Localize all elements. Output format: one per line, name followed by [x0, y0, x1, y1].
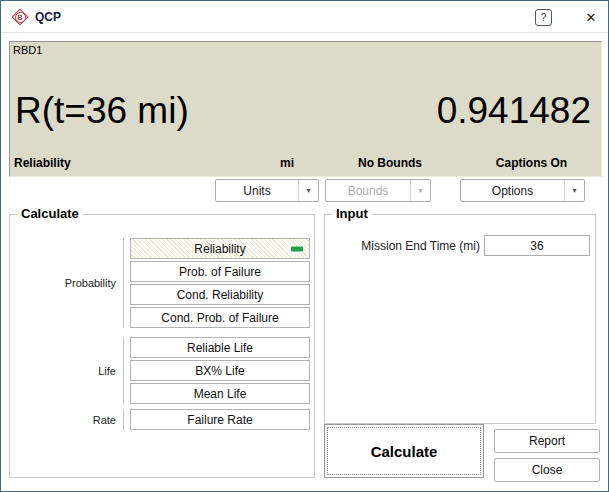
- input-group-title: Input: [332, 206, 372, 221]
- qcp-window: B QCP ? ✕ RBD1 R(t=36 mi) 0.941482 Relia…: [0, 0, 609, 492]
- bounds-dropdown-label: Bounds: [326, 180, 410, 201]
- cond-reliability-button[interactable]: Cond. Reliability: [130, 284, 310, 305]
- cond-reliability-button-label: Cond. Reliability: [177, 288, 264, 302]
- cond-prob-of-failure-button-label: Cond. Prob. of Failure: [161, 311, 278, 325]
- bx-life-button-label: BX% Life: [195, 364, 244, 378]
- mission-end-time-input[interactable]: [484, 235, 590, 256]
- reliability-button[interactable]: Reliability: [130, 238, 310, 259]
- app-icon: B: [11, 8, 29, 26]
- prob-of-failure-button-label: Prob. of Failure: [179, 265, 261, 279]
- mean-life-button-label: Mean Life: [194, 387, 247, 401]
- units-dropdown-button[interactable]: Units ▾: [215, 179, 319, 202]
- reliable-life-button[interactable]: Reliable Life: [130, 337, 310, 358]
- window-title: QCP: [35, 10, 61, 24]
- close-button-label: Close: [532, 463, 563, 477]
- chevron-down-icon: ▾: [410, 180, 430, 201]
- probability-cluster-divider: [123, 238, 124, 328]
- metric-caption: Reliability: [14, 156, 71, 170]
- rate-cluster-divider: [123, 409, 124, 430]
- calculate-group: Calculate Probability Life Rate Reliabil…: [9, 214, 315, 478]
- rate-cluster-label: Rate: [10, 414, 116, 426]
- input-group: Input Mission End Time (mi): [324, 214, 596, 424]
- calculate-group-title: Calculate: [17, 206, 83, 221]
- title-bar[interactable]: B QCP ? ✕: [1, 1, 608, 33]
- close-icon[interactable]: ✕: [580, 7, 602, 27]
- chevron-down-icon[interactable]: ▾: [564, 180, 584, 201]
- report-button-label: Report: [529, 434, 565, 448]
- bx-life-button[interactable]: BX% Life: [130, 360, 310, 381]
- life-cluster-label: Life: [10, 365, 116, 377]
- result-value: 0.941482: [437, 90, 591, 132]
- reliable-life-button-label: Reliable Life: [187, 341, 253, 355]
- life-cluster-divider: [123, 337, 124, 404]
- mission-end-time-label: Mission End Time (mi): [325, 239, 480, 253]
- captions-caption: Captions On: [461, 156, 602, 170]
- failure-rate-button[interactable]: Failure Rate: [130, 409, 310, 430]
- options-dropdown-button[interactable]: Options ▾: [460, 179, 585, 202]
- options-dropdown-label[interactable]: Options: [461, 180, 564, 201]
- cond-prob-of-failure-button[interactable]: Cond. Prob. of Failure: [130, 307, 310, 328]
- probability-cluster-label: Probability: [10, 277, 116, 289]
- mean-life-button[interactable]: Mean Life: [130, 383, 310, 404]
- failure-rate-button-label: Failure Rate: [187, 413, 252, 427]
- reliability-button-label: Reliability: [194, 242, 245, 256]
- result-panel: RBD1 R(t=36 mi) 0.941482 Reliability mi …: [9, 41, 602, 177]
- selected-indicator: [291, 246, 303, 251]
- bounds-dropdown-button: Bounds ▾: [325, 179, 431, 202]
- bounds-caption: No Bounds: [327, 156, 453, 170]
- model-name: RBD1: [13, 44, 42, 56]
- chevron-down-icon[interactable]: ▾: [298, 180, 318, 201]
- calculate-button[interactable]: Calculate: [324, 424, 484, 478]
- prob-of-failure-button[interactable]: Prob. of Failure: [130, 261, 310, 282]
- calculate-button-label: Calculate: [371, 443, 438, 460]
- help-icon[interactable]: ?: [535, 9, 552, 26]
- app-icon-letter: B: [15, 12, 26, 23]
- close-button[interactable]: Close: [494, 458, 600, 482]
- result-expression: R(t=36 mi): [15, 90, 189, 132]
- report-button[interactable]: Report: [494, 429, 600, 453]
- units-dropdown-label[interactable]: Units: [216, 180, 298, 201]
